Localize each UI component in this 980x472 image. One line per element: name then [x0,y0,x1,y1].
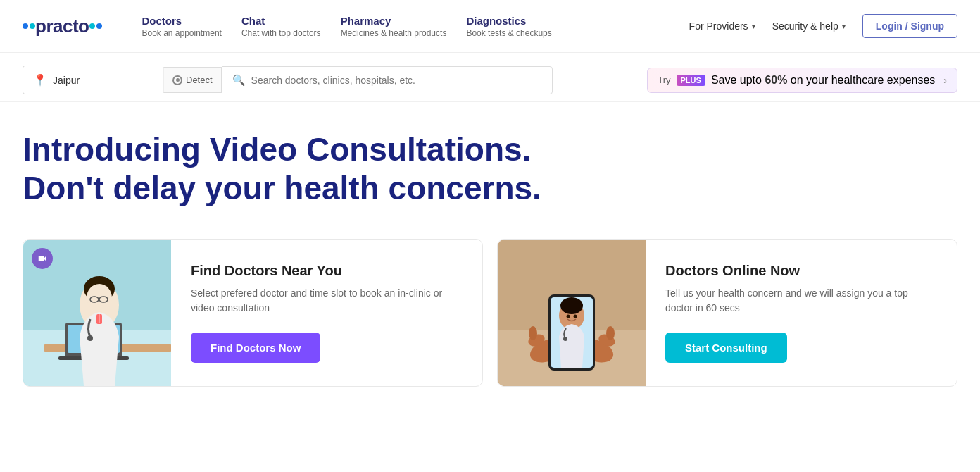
card2-content: Doctors Online Now Tell us your health c… [646,240,957,386]
nav-item-doctors[interactable]: Doctors Book an appointment [142,15,221,38]
security-help-menu[interactable]: Security & help ▾ [772,20,846,32]
logo-dot-right1 [89,23,95,29]
svg-point-27 [560,297,583,314]
hero-section: Introducing Video Consultations. Don't d… [0,102,980,222]
try-text: Try [658,75,670,85]
location-pin-icon: 📍 [33,73,47,87]
logo-dot-left [23,23,28,29]
search-section: 📍 Detect 🔍 Try PLUS Save upto 60% on you… [0,53,980,102]
detect-icon [172,75,182,85]
nav-pharmacy-main: Pharmacy [341,15,447,27]
logo-dot-right2 [96,23,102,29]
search-icon: 🔍 [232,74,246,87]
plus-badge: PLUS [677,75,705,86]
hero-line2: Don't delay your health concerns. [23,169,586,208]
card1-desc: Select prefered doctor and time slot to … [191,286,463,316]
detect-dot [176,78,180,82]
svg-point-19 [529,326,537,340]
nav-chat-main: Chat [241,15,321,27]
navbar: practo Doctors Book an appointment Chat … [0,0,980,53]
nav-item-pharmacy[interactable]: Pharmacy Medicines & health products [341,15,447,38]
nav-diagnostics-sub: Book tests & checkups [466,28,551,38]
find-doctors-card: Find Doctors Near You Select prefered do… [23,239,483,387]
login-signup-button[interactable]: Login / Signup [862,14,957,38]
cards-section: Find Doctors Near You Select prefered do… [0,222,980,387]
logo-dot-mid [30,23,35,29]
security-help-label: Security & help [772,20,838,32]
detect-button[interactable]: Detect [163,67,222,93]
nav-doctors-sub: Book an appointment [142,28,221,38]
plus-chevron-icon: › [943,75,947,86]
card1-content: Find Doctors Near You Select prefered do… [171,240,482,386]
nav-doctors-main: Doctors [142,15,221,27]
security-chevron-icon: ▾ [842,23,846,30]
search-input[interactable] [251,75,542,86]
svg-point-28 [563,337,567,341]
nav-diagnostics-main: Diagnostics [466,15,551,27]
hero-title: Introducing Video Consultations. Don't d… [23,130,586,208]
doctor-card1-image [23,240,171,386]
hero-line1: Introducing Video Consultations. [23,130,586,169]
plus-save-text: Save upto 60% on your healthcare expense… [711,74,935,87]
doctor-card2-image [498,240,646,386]
detect-label: Detect [186,75,213,85]
svg-point-7 [87,335,93,341]
search-box: 🔍 [222,66,553,94]
start-consulting-button[interactable]: Start Consulting [665,333,787,363]
svg-point-22 [606,326,615,340]
location-box: 📍 [23,66,163,94]
nav-chat-sub: Chat with top doctors [241,28,321,38]
svg-point-29 [567,315,570,318]
nav-item-chat[interactable]: Chat Chat with top doctors [241,15,321,38]
card1-title: Find Doctors Near You [191,263,463,279]
for-providers-menu[interactable]: For Providers ▾ [689,20,755,32]
doctor-illustration-2 [498,240,646,386]
card2-desc: Tell us your health concern and we will … [665,286,937,316]
logo-text: practo [35,15,89,37]
nav-item-diagnostics[interactable]: Diagnostics Book tests & checkups [466,15,551,38]
providers-chevron-icon: ▾ [752,23,755,30]
nav-pharmacy-sub: Medicines & health products [341,28,447,38]
try-plus-banner[interactable]: Try PLUS Save upto 60% on your healthcar… [647,68,957,93]
for-providers-label: For Providers [689,20,748,32]
logo[interactable]: practo [23,15,102,37]
nav-items: Doctors Book an appointment Chat Chat wi… [142,15,666,38]
nav-right: For Providers ▾ Security & help ▾ Login … [689,14,957,38]
doctors-online-card: Doctors Online Now Tell us your health c… [497,239,957,387]
card2-title: Doctors Online Now [665,263,937,279]
location-input[interactable] [53,75,123,86]
svg-point-30 [574,315,577,318]
find-doctors-button[interactable]: Find Doctors Now [191,333,320,363]
